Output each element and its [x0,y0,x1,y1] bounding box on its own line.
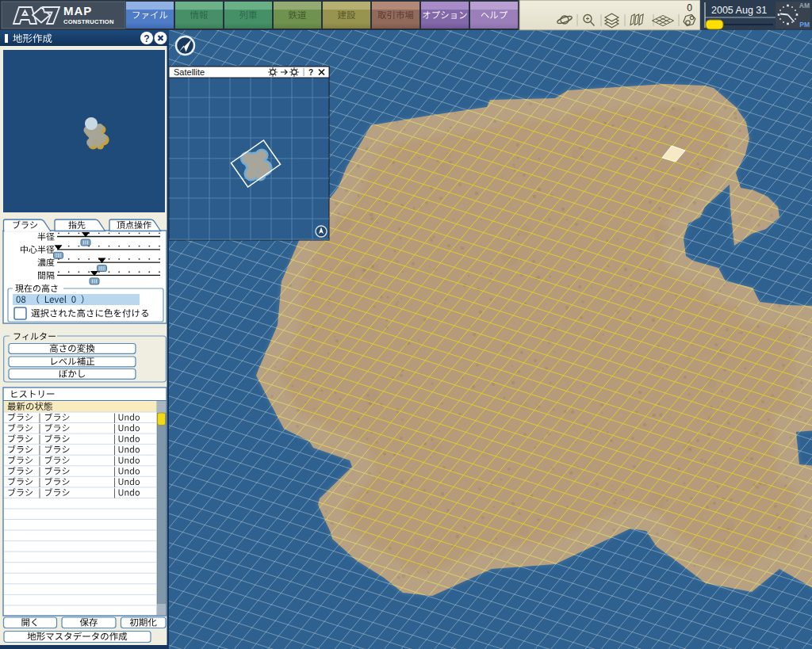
svg-text:AM: AM [799,2,810,10]
svg-text:MAP: MAP [63,4,92,17]
svg-text:CONSTRUCTION: CONSTRUCTION [63,18,114,25]
svg-text:2005 Aug 31: 2005 Aug 31 [711,5,767,16]
svg-text:?: ? [308,68,313,77]
svg-text:0: 0 [687,2,692,13]
svg-text:?: ? [144,33,149,44]
svg-text:PM: PM [799,21,810,29]
svg-text:Satellite: Satellite [174,67,205,77]
